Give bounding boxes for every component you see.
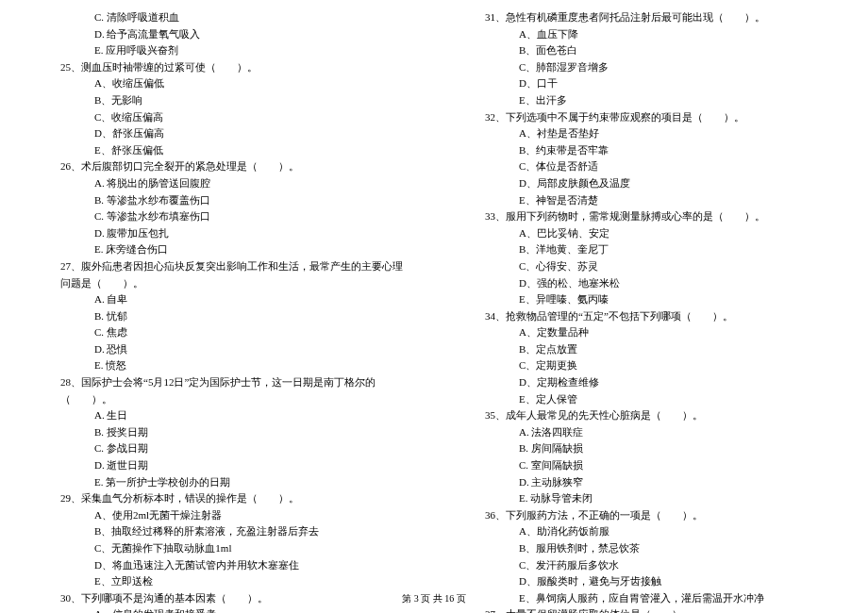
option-text: A. 将脱出的肠管送回腹腔 [38,175,406,192]
page-footer: 第 3 页 共 16 页 [0,592,868,605]
left-column: C. 清除呼吸道积血 D. 给予高流量氧气吸入 E. 应用呼吸兴奋剂 25、测血… [38,9,406,613]
question-34: 34、抢救物品管理的“五定”不包括下列哪项（ ）。 [462,308,830,325]
question-33: 33、服用下列药物时，需常规测量脉搏或心率的是（ ）。 [462,208,830,225]
option-text: C. 清除呼吸道积血 [38,9,406,26]
question-35: 35、成年人最常见的先天性心脏病是（ ）。 [462,407,830,424]
option-text: D、强的松、地塞米松 [462,275,830,292]
question-37: 37、大量不保留灌肠应取的体位是（ ）。 [462,606,830,613]
option-text: A、助消化药饭前服 [462,523,830,540]
option-text: E、异哩嗪、氨丙嗪 [462,291,830,308]
option-text: C、无菌操作下抽取动脉血1ml [38,540,406,557]
option-text: E、出汗多 [462,92,830,109]
question-26: 26、术后腹部切口完全裂开的紧急处理是（ ）。 [38,158,406,175]
question-27: 27、腹外疝患者因担心疝块反复突出影响工作和生活，最常产生的主要心理问题是（ ）… [38,258,406,291]
option-text: E. 愤怒 [38,357,406,374]
option-text: A、巴比妥钠、安定 [462,225,830,242]
option-text: C. 等渗盐水纱布填塞伤口 [38,208,406,225]
option-text: E. 应用呼吸兴奋剂 [38,42,406,59]
option-text: B、面色苍白 [462,42,830,59]
question-36: 36、下列服药方法，不正确的一项是（ ）。 [462,507,830,524]
option-text: E、立即送检 [38,573,406,590]
option-text: C、体位是否舒适 [462,158,830,175]
option-text: A. 自卑 [38,291,406,308]
option-text: D、口干 [462,75,830,92]
option-text: B. 忧郁 [38,308,406,325]
option-text: D、局部皮肤颜色及温度 [462,175,830,192]
option-text: B、定点放置 [462,341,830,358]
option-text: A、衬垫是否垫好 [462,125,830,142]
option-text: D. 逝世日期 [38,457,406,474]
option-text: D、舒张压偏高 [38,125,406,142]
option-text: A、血压下降 [462,26,830,43]
option-text: C、心得安、苏灵 [462,258,830,275]
option-text: C、收缩压偏高 [38,109,406,126]
option-text: C、定期更换 [462,357,830,374]
option-text: B. 授奖日期 [38,424,406,441]
option-text: B、洋地黄、奎尼丁 [462,241,830,258]
option-text: B、约束带是否牢靠 [462,142,830,159]
question-32: 32、下列选项中不属于约束带应观察的项目是（ ）。 [462,109,830,126]
option-text: B、抽取经过稀释的肝素溶液，充盈注射器后弃去 [38,523,406,540]
option-text: A、定数量品种 [462,324,830,341]
option-text: D. 给予高流量氧气吸入 [38,26,406,43]
option-text: D、服酸类时，避免与牙齿接触 [462,573,830,590]
option-text: D. 恐惧 [38,341,406,358]
option-text: E、定人保管 [462,391,830,408]
option-text: D、将血迅速注入无菌试管内并用软木塞塞住 [38,557,406,574]
option-text: D. 主动脉狭窄 [462,474,830,491]
question-31: 31、急性有机磷重度患者阿托品注射后最可能出现（ ）。 [462,9,830,26]
option-text: E、神智是否清楚 [462,192,830,209]
option-text: E. 动脉导管未闭 [462,490,830,507]
question-28: 28、国际护士会将“5月12日”定为国际护士节，这一日期是南丁格尔的（ ）。 [38,374,406,407]
option-text: B. 等渗盐水纱布覆盖伤口 [38,192,406,209]
option-text: C. 参战日期 [38,440,406,457]
option-text: B、服用铁剂时，禁忌饮茶 [462,540,830,557]
option-text: E、舒张压偏低 [38,142,406,159]
option-text: D. 腹带加压包扎 [38,225,406,242]
option-text: C. 焦虑 [38,324,406,341]
option-text: C. 室间隔缺损 [462,457,830,474]
option-text: E. 床旁缝合伤口 [38,241,406,258]
option-text: A、信息的发现者和接受者 [38,606,406,613]
option-text: C、发汗药服后多饮水 [462,557,830,574]
option-text: A. 生日 [38,407,406,424]
right-column: 31、急性有机磷重度患者阿托品注射后最可能出现（ ）。 A、血压下降 B、面色苍… [462,9,830,613]
option-text: B、无影响 [38,92,406,109]
option-text: A、收缩压偏低 [38,75,406,92]
option-text: D、定期检查维修 [462,374,830,391]
option-text: A. 法洛四联症 [462,424,830,441]
option-text: A、使用2ml无菌干燥注射器 [38,507,406,524]
option-text: E. 第一所护士学校创办的日期 [38,474,406,491]
question-29: 29、采集血气分析标本时，错误的操作是（ ）。 [38,490,406,507]
option-text: B. 房间隔缺损 [462,440,830,457]
question-25: 25、测血压时袖带缠的过紧可使（ ）。 [38,59,406,76]
option-text: C、肺部湿罗音增多 [462,59,830,76]
page-columns: C. 清除呼吸道积血 D. 给予高流量氧气吸入 E. 应用呼吸兴奋剂 25、测血… [38,9,830,613]
